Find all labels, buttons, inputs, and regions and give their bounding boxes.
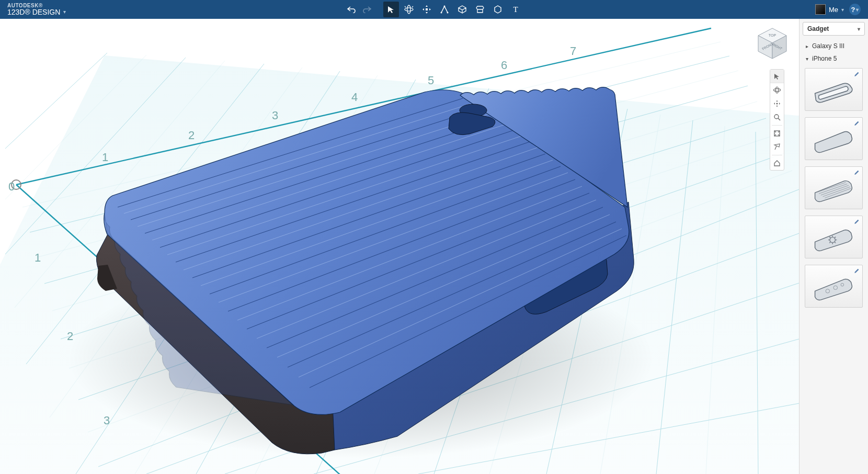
modify-tool-button[interactable] xyxy=(490,2,506,17)
svg-point-26 xyxy=(775,87,778,93)
tree-label: iPhone 5 xyxy=(812,55,837,62)
svg-point-28 xyxy=(774,115,779,119)
main-toolbar: T xyxy=(345,0,523,19)
category-label: Gadget xyxy=(807,25,829,32)
user-menu[interactable]: Me ▾ xyxy=(815,4,844,15)
chevron-down-icon: ▾ xyxy=(805,56,809,62)
svg-rect-2 xyxy=(426,8,428,10)
svg-point-3 xyxy=(441,12,442,14)
nav-select-button[interactable] xyxy=(770,70,784,83)
user-toolbar: Me ▾ ?▾ xyxy=(815,4,868,15)
svg-text:0: 0 xyxy=(8,180,15,193)
avatar-icon xyxy=(815,4,826,15)
top-bar: AUTODESK® 123D® DESIGN ▾ xyxy=(0,0,868,19)
user-label: Me xyxy=(829,6,838,14)
redo-button[interactable] xyxy=(360,2,374,17)
category-select[interactable]: Gadget ▾ xyxy=(803,22,865,36)
svg-text:T: T xyxy=(513,5,518,14)
svg-text:1: 1 xyxy=(102,151,108,164)
svg-text:4: 4 xyxy=(351,91,358,104)
nav-zoom-button[interactable] xyxy=(770,110,784,124)
edit-icon xyxy=(853,120,860,127)
navigation-bar xyxy=(770,69,784,171)
undo-button[interactable] xyxy=(345,2,358,17)
chevron-right-icon: ▸ xyxy=(805,43,809,49)
svg-point-27 xyxy=(776,103,778,104)
svg-point-25 xyxy=(774,88,781,91)
tree-label: Galaxy S III xyxy=(812,42,844,50)
view-cube[interactable]: TOP FRONT RIGHT xyxy=(755,26,790,61)
svg-point-4 xyxy=(447,12,449,14)
scene: 0 1 2 3 4 1 2 3 4 5 6 7 xyxy=(0,19,799,474)
app-menu[interactable]: AUTODESK® 123D® DESIGN ▾ xyxy=(0,3,71,16)
thumbnail-item[interactable] xyxy=(805,117,863,160)
nav-home-button[interactable] xyxy=(770,156,784,170)
edit-icon xyxy=(853,267,860,275)
tree-item-galaxy[interactable]: ▸ Galaxy S III xyxy=(800,40,868,52)
tree-item-iphone5[interactable]: ▾ iPhone 5 xyxy=(800,52,868,65)
thumbnail-item[interactable] xyxy=(805,166,863,209)
svg-text:2: 2 xyxy=(67,330,73,343)
sidebar: Gadget ▾ ▸ Galaxy S III ▾ iPhone 5 xyxy=(799,19,868,474)
viewport[interactable]: 0 1 2 3 4 1 2 3 4 5 6 7 xyxy=(0,19,799,474)
text-tool-button[interactable]: T xyxy=(508,2,523,17)
svg-point-5 xyxy=(444,6,446,7)
move-tool-button[interactable] xyxy=(419,2,435,17)
svg-point-1 xyxy=(407,5,410,14)
thumbnail-item[interactable] xyxy=(805,216,863,258)
svg-text:3: 3 xyxy=(272,109,278,122)
chevron-down-icon: ▾ xyxy=(858,26,860,32)
svg-text:6: 6 xyxy=(501,59,507,72)
construct-tool-button[interactable] xyxy=(472,2,488,17)
help-button[interactable]: ?▾ xyxy=(849,4,861,15)
category-tree: ▸ Galaxy S III ▾ iPhone 5 xyxy=(800,39,868,66)
chevron-down-icon: ▾ xyxy=(841,7,844,13)
edit-icon xyxy=(853,169,860,176)
svg-text:7: 7 xyxy=(570,44,576,58)
thumbnail-item[interactable] xyxy=(805,265,863,308)
sketch-tool-button[interactable] xyxy=(437,2,452,17)
svg-text:2: 2 xyxy=(188,129,195,142)
svg-text:5: 5 xyxy=(428,74,434,87)
nav-look-button[interactable] xyxy=(770,140,784,154)
edit-icon xyxy=(853,218,860,225)
brand-product: 123D® DESIGN xyxy=(7,8,60,16)
chevron-down-icon: ▾ xyxy=(63,9,66,15)
svg-text:1: 1 xyxy=(35,251,41,264)
thumbnail-item[interactable] xyxy=(805,68,863,111)
nav-fit-button[interactable] xyxy=(770,127,784,140)
nav-pan-button[interactable] xyxy=(770,97,784,110)
svg-text:TOP: TOP xyxy=(769,33,776,37)
nav-orbit-button[interactable] xyxy=(770,83,784,97)
select-tool-button[interactable] xyxy=(383,2,399,17)
chevron-down-icon: ▾ xyxy=(856,7,859,13)
svg-text:3: 3 xyxy=(104,414,110,427)
transform-tool-button[interactable] xyxy=(401,2,417,17)
thumbnail-list xyxy=(800,66,868,474)
edit-icon xyxy=(853,71,860,78)
primitives-tool-button[interactable] xyxy=(454,2,470,17)
svg-point-0 xyxy=(405,8,413,11)
